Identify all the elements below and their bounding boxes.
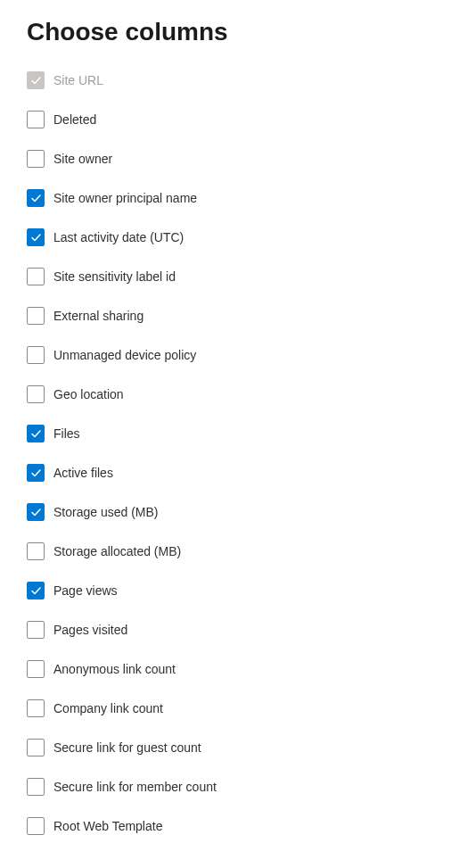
option-unmanaged-device-policy: Unmanaged device policy — [27, 346, 424, 364]
checkbox-files[interactable] — [27, 425, 45, 442]
option-files: Files — [27, 425, 424, 442]
label-company-link-count: Company link count — [53, 701, 163, 715]
label-last-activity-date-utc: Last activity date (UTC) — [53, 230, 184, 244]
label-pages-visited: Pages visited — [53, 623, 127, 637]
checkbox-secure-link-for-guest-count[interactable] — [27, 739, 45, 756]
option-storage-used-mb: Storage used (MB) — [27, 503, 424, 521]
label-site-owner: Site owner — [53, 152, 112, 166]
checkbox-site-owner-principal-name[interactable] — [27, 189, 45, 207]
label-anonymous-link-count: Anonymous link count — [53, 662, 176, 676]
checkbox-deleted[interactable] — [27, 111, 45, 128]
option-page-views: Page views — [27, 582, 424, 599]
label-files: Files — [53, 426, 80, 441]
option-anonymous-link-count: Anonymous link count — [27, 660, 424, 678]
checkbox-site-url — [27, 71, 45, 89]
label-page-views: Page views — [53, 583, 118, 598]
checkbox-storage-allocated-mb[interactable] — [27, 542, 45, 560]
checkbox-last-activity-date-utc[interactable] — [27, 228, 45, 246]
label-root-web-template: Root Web Template — [53, 819, 162, 833]
label-site-sensitivity-label-id: Site sensitivity label id — [53, 269, 176, 284]
label-deleted: Deleted — [53, 112, 96, 127]
option-site-owner: Site owner — [27, 150, 424, 168]
option-site-sensitivity-label-id: Site sensitivity label id — [27, 268, 424, 285]
option-storage-allocated-mb: Storage allocated (MB) — [27, 542, 424, 560]
checkbox-site-owner[interactable] — [27, 150, 45, 168]
column-options-list: Site URLDeletedSite ownerSite owner prin… — [27, 71, 424, 835]
checkbox-pages-visited[interactable] — [27, 621, 45, 639]
option-last-activity-date-utc: Last activity date (UTC) — [27, 228, 424, 246]
option-geo-location: Geo location — [27, 385, 424, 403]
option-site-url: Site URL — [27, 71, 424, 89]
option-company-link-count: Company link count — [27, 699, 424, 717]
option-root-web-template: Root Web Template — [27, 817, 424, 835]
option-site-owner-principal-name: Site owner principal name — [27, 189, 424, 207]
label-site-owner-principal-name: Site owner principal name — [53, 191, 197, 205]
label-site-url: Site URL — [53, 73, 103, 87]
option-active-files: Active files — [27, 464, 424, 482]
label-active-files: Active files — [53, 466, 113, 480]
checkbox-storage-used-mb[interactable] — [27, 503, 45, 521]
checkbox-unmanaged-device-policy[interactable] — [27, 346, 45, 364]
checkbox-geo-location[interactable] — [27, 385, 45, 403]
label-storage-used-mb: Storage used (MB) — [53, 505, 159, 519]
checkbox-active-files[interactable] — [27, 464, 45, 482]
label-secure-link-for-member-count: Secure link for member count — [53, 780, 217, 794]
label-unmanaged-device-policy: Unmanaged device policy — [53, 348, 196, 362]
checkbox-page-views[interactable] — [27, 582, 45, 599]
option-secure-link-for-member-count: Secure link for member count — [27, 778, 424, 796]
checkbox-anonymous-link-count[interactable] — [27, 660, 45, 678]
checkbox-external-sharing[interactable] — [27, 307, 45, 325]
checkbox-company-link-count[interactable] — [27, 699, 45, 717]
label-secure-link-for-guest-count: Secure link for guest count — [53, 740, 201, 755]
option-pages-visited: Pages visited — [27, 621, 424, 639]
label-external-sharing: External sharing — [53, 309, 144, 323]
label-storage-allocated-mb: Storage allocated (MB) — [53, 544, 181, 558]
label-geo-location: Geo location — [53, 387, 124, 401]
checkbox-root-web-template[interactable] — [27, 817, 45, 835]
checkbox-secure-link-for-member-count[interactable] — [27, 778, 45, 796]
page-title: Choose columns — [27, 18, 424, 46]
option-deleted: Deleted — [27, 111, 424, 128]
option-external-sharing: External sharing — [27, 307, 424, 325]
option-secure-link-for-guest-count: Secure link for guest count — [27, 739, 424, 756]
checkbox-site-sensitivity-label-id[interactable] — [27, 268, 45, 285]
